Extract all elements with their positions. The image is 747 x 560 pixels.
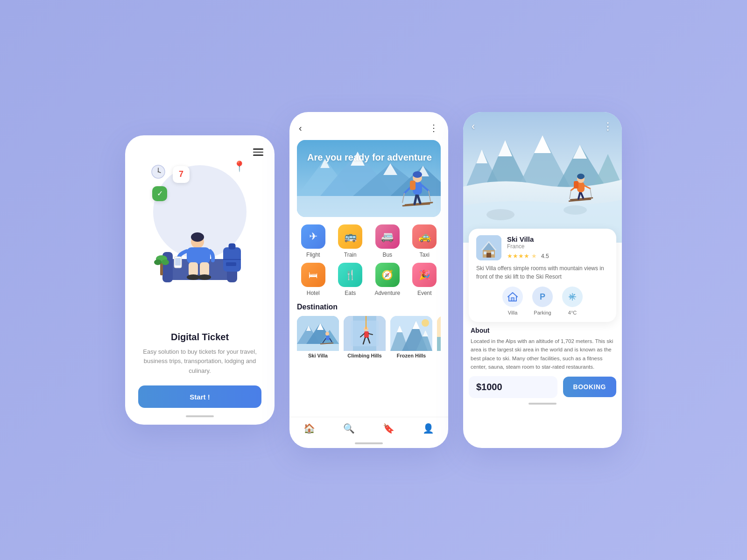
hamburger-menu[interactable]	[253, 148, 263, 156]
back-button-3[interactable]: ‹	[472, 120, 475, 133]
taxi-icon: 🚕	[418, 231, 431, 243]
phone-screen-2: ‹ ⋮	[289, 112, 448, 448]
dest-card-climbing[interactable]: Climbing Hills	[344, 316, 386, 363]
adventure-label: Adventure	[374, 290, 400, 296]
svg-line-94	[580, 191, 583, 198]
villa-icon	[502, 287, 523, 307]
svg-point-97	[577, 174, 585, 179]
half-star: ★	[531, 252, 537, 259]
screen3-hero: ‹ ⋮	[463, 112, 622, 243]
screen3-indicator	[463, 398, 622, 408]
dest-beach-name: Beach	[437, 351, 441, 358]
phone-screen-3: ‹ ⋮	[463, 112, 622, 448]
destination-title: Destination	[297, 303, 441, 311]
taxi-icon-wrap: 🚕	[412, 224, 437, 249]
train-icon-wrap: 🚌	[338, 224, 362, 249]
screen3-topbar: ‹ ⋮	[463, 120, 622, 133]
indicator-bar	[186, 415, 214, 417]
svg-line-99	[585, 186, 590, 189]
back-button-2[interactable]: ‹	[299, 123, 302, 133]
bus-icon: 🚐	[381, 231, 394, 243]
more-button-2[interactable]: ⋮	[429, 122, 439, 133]
svg-rect-15	[189, 262, 198, 276]
category-flight[interactable]: ✈ Flight	[297, 224, 330, 258]
category-eats[interactable]: 🍴 Eats	[334, 263, 367, 296]
start-button[interactable]: Start !	[138, 385, 261, 408]
dest-card-ski[interactable]: Ski Villa	[297, 316, 339, 363]
nav-search-icon[interactable]: 🔍	[343, 423, 355, 434]
screen1-title: Digital Ticket	[138, 332, 261, 343]
amenity-parking: P Parking	[532, 287, 553, 315]
svg-rect-12	[187, 247, 210, 264]
destination-section: Destination	[289, 296, 448, 363]
person-illustration	[153, 210, 247, 289]
nav-profile-icon[interactable]: 👤	[423, 423, 434, 434]
category-train[interactable]: 🚌 Train	[334, 224, 367, 258]
amenity-temperature: 4°C	[562, 287, 583, 315]
dest-card-frozen[interactable]: Frozen Hills	[390, 316, 432, 363]
screen2-indicator	[289, 442, 448, 448]
screen1-header	[125, 135, 275, 156]
hotel-header: Ski Villa France ★★★★ ★ 4.5	[476, 235, 609, 260]
taxi-label: Taxi	[420, 252, 430, 258]
bottom-navbar-2: 🏠 🔍 🔖 👤	[289, 417, 448, 442]
category-adventure[interactable]: 🧭 Adventure	[371, 263, 404, 296]
indicator-bar-2	[355, 442, 383, 444]
dest-climb-name: Climbing Hills	[344, 351, 386, 358]
svg-rect-16	[200, 262, 209, 276]
screen1-illustration: 7 ✓ 📍	[125, 156, 275, 324]
svg-point-18	[198, 274, 211, 280]
screen1-description: Easy solution to buy tickets for your tr…	[138, 347, 261, 376]
more-button-3[interactable]: ⋮	[603, 120, 613, 133]
hotel-icon-wrap: 🛏	[301, 263, 325, 287]
screen2-topbar: ‹ ⋮	[289, 112, 448, 133]
booking-button[interactable]: BOOKING	[563, 377, 616, 397]
svg-rect-52	[297, 344, 339, 351]
svg-rect-54	[326, 336, 330, 340]
about-section: About Located in the Alps with an altitu…	[463, 322, 622, 371]
eats-label: Eats	[345, 290, 356, 296]
category-taxi[interactable]: 🚕 Taxi	[409, 224, 441, 258]
event-label: Event	[417, 290, 432, 296]
clock-icon	[151, 164, 166, 181]
hotel-rating-row: ★★★★ ★ 4.5	[507, 252, 609, 260]
adventure-icon: 🧭	[381, 269, 393, 280]
svg-point-40	[413, 171, 422, 178]
nav-bookmark-icon[interactable]: 🔖	[383, 423, 395, 434]
temperature-label: 4°C	[568, 310, 577, 315]
dest-card-beach[interactable]: Beach	[437, 316, 441, 363]
svg-point-22	[154, 259, 162, 265]
svg-point-19	[191, 232, 204, 242]
hero-text: Are you ready for adventure	[307, 151, 432, 163]
svg-rect-102	[574, 181, 578, 189]
nav-home-icon[interactable]: 🏠	[303, 423, 315, 434]
phone-screen-1: 7 ✓ 📍	[125, 135, 275, 425]
category-hotel[interactable]: 🛏 Hotel	[297, 263, 330, 296]
svg-point-90	[564, 205, 587, 215]
svg-point-23	[162, 259, 169, 265]
svg-line-44	[429, 191, 430, 201]
category-bus[interactable]: 🚐 Bus	[371, 224, 404, 258]
eats-icon: 🍴	[345, 269, 356, 280]
check-badge: ✓	[152, 186, 167, 201]
hotel-name: Ski Villa	[507, 235, 609, 243]
svg-line-42	[422, 185, 429, 191]
svg-rect-45	[410, 181, 416, 190]
hotel-thumbnail	[476, 235, 501, 260]
amenities-row: Villa P Parking	[476, 287, 609, 315]
train-label: Train	[344, 252, 357, 258]
price-bar: $1000 BOOKING	[469, 376, 616, 398]
category-event[interactable]: 🎉 Event	[409, 263, 441, 296]
dest-beach-img	[437, 316, 441, 351]
amenity-villa: Villa	[502, 287, 523, 315]
parking-icon: P	[532, 287, 553, 307]
dest-ski-name: Ski Villa	[297, 351, 339, 358]
screen1-text: Digital Ticket Easy solution to buy tick…	[125, 324, 275, 376]
svg-rect-10	[226, 262, 236, 266]
parking-label: Parking	[534, 310, 551, 315]
screen1-indicator	[125, 415, 275, 425]
svg-point-75	[422, 319, 429, 327]
svg-point-53	[325, 332, 329, 336]
price-value: $1000	[476, 382, 502, 392]
hotel-card: Ski Villa France ★★★★ ★ 4.5 Ski Villa of…	[469, 229, 616, 322]
